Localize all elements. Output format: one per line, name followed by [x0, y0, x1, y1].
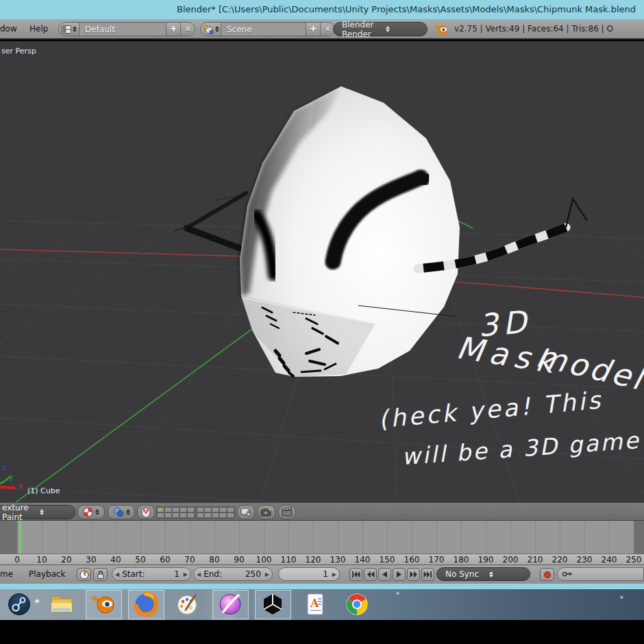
increment-arrow[interactable]: ▶: [262, 571, 272, 578]
current-frame-value: 1: [279, 569, 330, 579]
render-engine-dropdown[interactable]: Blender Render: [333, 22, 428, 36]
layers-widget-1[interactable]: [156, 506, 195, 519]
blender-logo-icon: [434, 23, 448, 36]
window-title: Blender* [C:\Users\Public\Documents\Unit…: [177, 4, 636, 14]
updown-arrows: [33, 509, 71, 515]
timeline-number-strip[interactable]: 0102030405060708090100110120130140150160…: [0, 554, 644, 565]
add-layout-button[interactable]: ✚: [166, 23, 180, 36]
lock-button[interactable]: [93, 568, 108, 581]
increment-arrow[interactable]: ▶: [330, 571, 339, 578]
timeline-gridline: [264, 521, 264, 554]
sync-mode-value: No Sync: [437, 569, 481, 579]
active-object-label: (1) Cube: [27, 486, 60, 495]
next-keyframe-button[interactable]: [407, 568, 420, 581]
window-titlebar[interactable]: Blender* [C:\Users\Public\Documents\Unit…: [0, 0, 644, 19]
timeline-tick-label: 90: [225, 555, 253, 565]
timeline-gridline: [560, 521, 560, 554]
scene-icon: [203, 25, 214, 34]
screen-bottom-black: [0, 620, 644, 644]
time-button[interactable]: [77, 568, 91, 581]
unity-icon[interactable]: [260, 592, 285, 617]
axis-y-label: y: [9, 473, 14, 482]
timeline-gridline: [609, 521, 610, 554]
timeline-tick-label: 220: [546, 555, 573, 565]
pivot-point-button[interactable]: [77, 505, 105, 519]
steam-icon[interactable]: [7, 592, 32, 617]
wordpad-document-icon[interactable]: A: [303, 592, 327, 617]
timeline-gridline: [239, 521, 240, 554]
screen-layout-browse-button[interactable]: [59, 23, 79, 36]
updown-arrows: [215, 26, 219, 32]
timeline-gridline: [66, 521, 67, 554]
texture-mask-button[interactable]: [137, 505, 155, 519]
add-scene-button[interactable]: ✚: [306, 23, 320, 36]
proportional-edit-button[interactable]: [108, 505, 135, 519]
timeline-gridline: [436, 521, 437, 554]
current-frame-playhead[interactable]: [19, 521, 21, 554]
scene-browse-button[interactable]: [201, 23, 221, 36]
screen-layout-name[interactable]: Default: [79, 25, 166, 34]
menu-playback[interactable]: Playback: [29, 569, 66, 579]
timeline-tick-label: 30: [77, 555, 105, 565]
blender-icon[interactable]: [91, 592, 116, 617]
mask-model[interactable]: [240, 86, 460, 377]
lock-to-scene-button[interactable]: [237, 505, 255, 519]
timeline-gridline: [140, 521, 141, 554]
render-opengl-button[interactable]: [258, 505, 275, 519]
timeline-after-end: [634, 521, 644, 554]
play-button[interactable]: [393, 568, 406, 581]
timeline-tick-label: 130: [324, 555, 351, 565]
timeline-gridline: [91, 521, 92, 554]
layers-widget-2[interactable]: [196, 506, 235, 519]
sync-mode-dropdown[interactable]: No Sync: [436, 567, 530, 581]
menu-frame[interactable]: me: [0, 569, 13, 579]
timeline-tick-label: 240: [595, 555, 623, 565]
render-engine-value: Blender Render: [334, 20, 377, 39]
timeline-tick-label: 100: [250, 555, 277, 565]
wallpaper-sparkle: ✦: [34, 597, 40, 605]
updown-arrows: [126, 509, 130, 515]
axis-x-label: x: [18, 481, 23, 490]
chrome-icon[interactable]: [345, 592, 369, 617]
camera-icon: [260, 507, 273, 517]
timeline-tick-label: 60: [151, 555, 179, 565]
menu-window[interactable]: dow: [0, 24, 17, 34]
firefox-icon[interactable]: [134, 592, 158, 617]
increment-arrow[interactable]: ▶: [181, 571, 190, 578]
viewport-3d[interactable]: z y x ser Persp (1) Cube 3D Mask model (…: [0, 41, 644, 502]
prev-keyframe-button[interactable]: [364, 568, 377, 581]
auto-keyframe-button[interactable]: [540, 568, 554, 581]
mode-dropdown[interactable]: exture Paint: [0, 505, 75, 519]
menu-help[interactable]: Help: [29, 24, 48, 34]
end-frame-field[interactable]: ◀ End: 250 ▶: [193, 567, 273, 581]
delete-scene-button[interactable]: ✕: [320, 23, 334, 36]
decrement-arrow[interactable]: ◀: [194, 571, 203, 578]
end-label: End:: [203, 569, 222, 579]
keying-set-field[interactable]: [557, 567, 644, 581]
file-explorer-icon[interactable]: [49, 592, 74, 617]
current-frame-field[interactable]: 1 ▶: [278, 567, 340, 581]
timeline-tick-label: 40: [102, 555, 129, 565]
start-frame-field[interactable]: ◀ Start: 1 ▶: [112, 567, 191, 581]
timeline-tick-label: 150: [373, 555, 401, 565]
paint-palette-icon[interactable]: [175, 592, 200, 617]
timeline-gridline: [461, 521, 462, 554]
timeline-tick-label: 50: [127, 555, 154, 565]
timeline-track[interactable]: [0, 521, 644, 554]
end-value: 250: [222, 569, 262, 579]
jump-to-end-button[interactable]: [421, 568, 434, 581]
delete-layout-button[interactable]: ✕: [180, 23, 195, 36]
timeline-gridline: [486, 521, 486, 554]
jump-to-start-button[interactable]: [349, 568, 362, 581]
timeline-tick-label: 180: [447, 555, 475, 565]
play-reverse-button[interactable]: [378, 568, 391, 581]
wallpaper-sparkle: ✦: [396, 591, 399, 595]
lock-icon: [97, 570, 105, 580]
timeline-gridline: [214, 521, 215, 554]
decrement-arrow[interactable]: ◀: [112, 571, 122, 578]
menubar: dow Help Default ✚ ✕ Scene ✚ ✕ Blend: [0, 19, 644, 40]
viewport-header: exture Paint: [0, 502, 644, 521]
scene-name[interactable]: Scene: [221, 25, 306, 34]
render-animation-button[interactable]: [278, 505, 296, 519]
krita-icon[interactable]: [218, 592, 243, 617]
